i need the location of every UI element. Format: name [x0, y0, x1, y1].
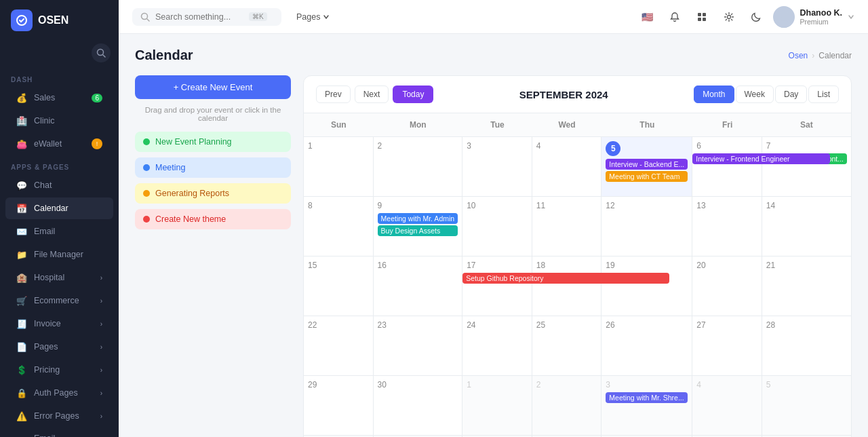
filemanager-icon: 📁	[16, 249, 27, 260]
ewallet-icon: 👛	[16, 138, 27, 149]
sidebar-item-pricing[interactable]: 💲 Pricing ›	[5, 359, 113, 381]
search-box[interactable]: ⌘K	[132, 8, 281, 26]
sidebar-item-email[interactable]: ✉️ Email	[5, 221, 113, 242]
event-meeting-shre[interactable]: Meeting with Mr. Shre...	[606, 392, 688, 403]
cal-cell-sep30[interactable]: 30	[374, 376, 463, 436]
sidebar-item-calendar[interactable]: 📅 Calendar	[5, 197, 113, 219]
cal-cell-sep23[interactable]: 23	[374, 316, 463, 376]
cal-cell-sep6[interactable]: 6 Interview - Frontend Engineer	[692, 137, 762, 197]
sidebar-item-chat[interactable]: 💬 Chat	[5, 174, 113, 196]
cal-cell-oct3[interactable]: 3 Meeting with Mr. Shre...	[601, 376, 692, 436]
cal-cell-sep1[interactable]: 1	[304, 137, 374, 197]
user-role: Premium	[800, 18, 843, 26]
cal-cell-sep24[interactable]: 24	[462, 316, 532, 376]
cal-cell-oct2[interactable]: 2	[532, 376, 602, 436]
day-view-button[interactable]: Day	[775, 86, 807, 103]
cal-cell-sep4[interactable]: 4	[532, 137, 602, 197]
sidebar-item-emailtemplates[interactable]: 📧 Email Templates ›	[5, 428, 113, 437]
sidebar-item-label: Sales	[34, 93, 55, 102]
cal-cell-sep17[interactable]: 17 Setup Github Repository	[462, 256, 532, 316]
cal-cell-oct5[interactable]: 5	[762, 376, 851, 436]
list-view-button[interactable]: List	[808, 86, 839, 103]
cal-cell-sep9[interactable]: 9 Meeting with Mr. Admin Buy Design Asse…	[374, 197, 463, 256]
cal-cell-sep11[interactable]: 11	[532, 197, 602, 256]
event-item-reports[interactable]: Generating Reports	[135, 183, 291, 204]
sidebar-item-errorpages[interactable]: ⚠️ Error Pages ›	[5, 405, 113, 427]
sidebar-item-authpages[interactable]: 🔒 Auth Pages ›	[5, 382, 113, 404]
cal-cell-sep10[interactable]: 10	[462, 197, 532, 256]
event-github-repo[interactable]: Setup Github Repository	[462, 273, 669, 284]
event-item-meeting[interactable]: Meeting	[135, 157, 291, 178]
pages-label: Pages	[296, 12, 320, 22]
cal-cell-sep25[interactable]: 25	[532, 316, 602, 376]
event-interview-backend[interactable]: Interview - Backend E...	[606, 159, 688, 170]
search-input[interactable]	[155, 12, 243, 22]
sidebar-search-icon[interactable]	[92, 43, 111, 62]
chevron-right-icon: ›	[100, 297, 102, 305]
cal-cell-sep2[interactable]: 2	[374, 137, 463, 197]
cal-cell-sep29[interactable]: 29	[304, 376, 374, 436]
sidebar-item-filemanager[interactable]: 📁 File Manager	[5, 244, 113, 265]
sidebar-item-label: Auth Pages	[34, 388, 78, 398]
event-interview-frontend[interactable]: Interview - Frontend Engineer	[692, 153, 830, 164]
sidebar-item-hospital[interactable]: 🏨 Hospital ›	[5, 267, 113, 288]
cal-cell-sep3[interactable]: 3	[462, 137, 532, 197]
cal-cell-sep8[interactable]: 8	[304, 197, 374, 256]
cal-cell-sep14[interactable]: 14	[762, 197, 851, 256]
prev-button[interactable]: Prev	[316, 86, 351, 103]
event-meeting-admin[interactable]: Meeting with Mr. Admin	[378, 213, 458, 224]
settings-icon[interactable]	[719, 7, 739, 27]
cal-cell-oct4[interactable]: 4	[692, 376, 762, 436]
cal-cell-sep12[interactable]: 12	[601, 197, 692, 256]
event-meeting-ct[interactable]: Meeting with CT Team	[606, 171, 688, 182]
day-header-tue: Tue	[462, 113, 532, 137]
auth-icon: 🔒	[16, 387, 27, 398]
cal-cell-sep15[interactable]: 15	[304, 256, 374, 316]
ecommerce-icon: 🛒	[16, 295, 27, 306]
cal-cell-sep27[interactable]: 27	[692, 316, 762, 376]
create-event-button[interactable]: + Create New Event	[135, 75, 291, 99]
moon-icon[interactable]	[746, 7, 766, 27]
sidebar-item-sales[interactable]: 💰 Sales 6	[5, 87, 113, 109]
flag-icon[interactable]: 🇺🇸	[637, 7, 658, 27]
week-view-button[interactable]: Week	[736, 86, 774, 103]
pricing-icon: 💲	[16, 364, 27, 375]
event-label: Generating Reports	[155, 189, 229, 198]
cal-cell-sep5[interactable]: 5 Interview - Backend E... Meeting with …	[601, 137, 692, 197]
svg-point-1	[98, 50, 104, 56]
event-buy-design[interactable]: Buy Design Assets	[378, 225, 458, 236]
cal-cell-sep18[interactable]: 18	[532, 256, 602, 316]
sidebar-item-ecommerce[interactable]: 🛒 Ecommerce ›	[5, 290, 113, 311]
cal-cell-sep21[interactable]: 21	[762, 256, 851, 316]
sidebar-item-ewallet[interactable]: 👛 eWallet !	[5, 133, 113, 155]
month-view-button[interactable]: Month	[694, 86, 734, 103]
cal-cell-sep20[interactable]: 20	[692, 256, 762, 316]
cal-cell-sep13[interactable]: 13	[692, 197, 762, 256]
cal-cell-sep28[interactable]: 28	[762, 316, 851, 376]
today-button[interactable]: Today	[393, 86, 433, 103]
cal-cell-sep16[interactable]: 16	[374, 256, 463, 316]
event-item-new-planning[interactable]: New Event Planning	[135, 132, 291, 152]
event-dot-blue	[143, 164, 150, 171]
cal-cell-oct1[interactable]: 1	[462, 376, 532, 436]
sidebar-item-invoice[interactable]: 🧾 Invoice ›	[5, 313, 113, 335]
breadcrumb-separator: ›	[812, 51, 814, 60]
sidebar-item-clinic[interactable]: 🏥 Clinic	[5, 110, 113, 132]
event-dot-red	[143, 216, 150, 223]
cal-cell-sep7[interactable]: 7 Phone Screen - Front...	[762, 137, 851, 197]
avatar	[773, 6, 795, 28]
svg-point-8	[780, 10, 788, 18]
cal-cell-sep26[interactable]: 26	[601, 316, 692, 376]
bell-icon[interactable]	[665, 7, 685, 27]
cal-cell-sep19[interactable]: 19	[601, 256, 692, 316]
sidebar-item-label: Invoice	[34, 319, 61, 328]
cal-cell-sep22[interactable]: 22	[304, 316, 374, 376]
breadcrumb-root[interactable]: Osen	[789, 51, 808, 60]
user-info[interactable]: Dhanoo K. Premium	[773, 6, 855, 28]
grid-icon[interactable]	[692, 7, 712, 27]
sidebar-item-pages[interactable]: 📄 Pages ›	[5, 336, 113, 358]
pages-button[interactable]: Pages	[290, 8, 336, 26]
event-item-theme[interactable]: Create New theme	[135, 209, 291, 229]
chat-icon: 💬	[16, 180, 27, 191]
next-button[interactable]: Next	[355, 86, 389, 103]
